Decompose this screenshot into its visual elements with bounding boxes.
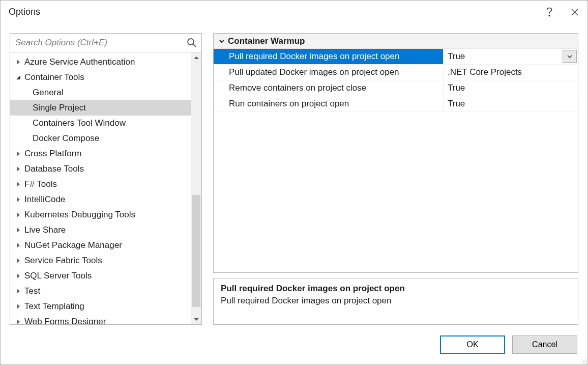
tree-item-label: Container Tools: [24, 72, 84, 82]
tree-item[interactable]: Web Forms Designer: [10, 314, 191, 324]
property-row[interactable]: Run containers on project openTrue: [214, 96, 578, 112]
expander-closed-icon[interactable]: [14, 318, 22, 324]
expander-closed-icon[interactable]: [14, 257, 22, 265]
tree-item-label: IntelliCode: [24, 194, 65, 205]
property-value-text: True: [448, 83, 465, 93]
property-value-text: .NET Core Projects: [448, 67, 522, 77]
property-name: Pull required Docker images on project o…: [214, 49, 444, 64]
svg-point-3: [188, 39, 194, 45]
tree-wrap: Azure Service AuthenticationContainer To…: [10, 52, 201, 324]
property-value-text: True: [448, 99, 465, 109]
property-name: Remove containers on project close: [214, 80, 444, 96]
options-sidebar: Azure Service AuthenticationContainer To…: [10, 33, 202, 325]
tree-item[interactable]: Test: [10, 284, 191, 299]
close-icon: [571, 9, 578, 16]
tree-item[interactable]: Database Tools: [10, 161, 191, 177]
property-value[interactable]: .NET Core Projects: [444, 65, 578, 80]
tree-item-label: Kubernetes Debugging Tools: [24, 210, 135, 220]
window-title: Options: [9, 7, 40, 17]
dialog-footer: OK Cancel: [1, 325, 587, 364]
search-input[interactable]: [15, 38, 186, 48]
expander-closed-icon[interactable]: [14, 150, 22, 158]
property-grid[interactable]: Container Warmup Pull required Docker im…: [213, 33, 578, 273]
tree-item[interactable]: Cross Platform: [10, 146, 191, 161]
tree-item[interactable]: Text Templating: [10, 299, 191, 314]
ok-button[interactable]: OK: [440, 335, 505, 354]
tree-item[interactable]: Single Project: [10, 100, 191, 116]
search-row: [10, 34, 201, 52]
tree-item-label: Live Share: [24, 225, 66, 235]
svg-point-9: [581, 362, 582, 363]
tree-scrollbar[interactable]: [191, 52, 201, 324]
svg-point-8: [585, 360, 586, 361]
tree-item[interactable]: General: [10, 85, 191, 100]
help-icon: [546, 8, 553, 17]
property-name: Run containers on project open: [214, 96, 444, 111]
expander-closed-icon[interactable]: [14, 165, 22, 173]
property-value[interactable]: True: [444, 80, 578, 96]
tree-item[interactable]: Service Fabric Tools: [10, 253, 191, 268]
expander-closed-icon[interactable]: [14, 241, 22, 249]
tree-item[interactable]: NuGet Package Manager: [10, 238, 191, 253]
tree-item[interactable]: Docker Compose: [10, 131, 191, 146]
expander-closed-icon[interactable]: [14, 211, 22, 219]
chevron-down-icon: [567, 55, 572, 58]
description-body: Pull required Docker images on project o…: [221, 296, 571, 306]
property-category-label: Container Warmup: [228, 36, 305, 46]
tree-item-label: Containers Tool Window: [33, 118, 126, 128]
options-main: Container Warmup Pull required Docker im…: [213, 33, 578, 325]
svg-line-4: [193, 44, 196, 47]
resize-grip-icon[interactable]: [580, 357, 587, 364]
property-name: Pull updated Docker images on project op…: [214, 65, 444, 80]
svg-point-10: [583, 362, 584, 363]
expander-open-icon[interactable]: [14, 73, 22, 81]
expander-closed-icon[interactable]: [14, 226, 22, 234]
property-row[interactable]: Pull required Docker images on project o…: [214, 49, 578, 65]
expander-closed-icon[interactable]: [14, 272, 22, 280]
svg-point-6: [585, 358, 586, 359]
tree-item-label: Database Tools: [24, 164, 84, 174]
property-value[interactable]: True: [444, 49, 578, 64]
tree-item-label: Docker Compose: [33, 133, 99, 144]
tree-item[interactable]: Azure Service Authentication: [10, 54, 191, 70]
help-button[interactable]: [537, 1, 562, 24]
property-row[interactable]: Remove containers on project closeTrue: [214, 80, 578, 96]
scroll-up-icon[interactable]: [191, 52, 201, 63]
tree-item-label: Test: [24, 286, 40, 296]
tree-item-label: Single Project: [33, 103, 86, 113]
tree-item-label: Text Templating: [24, 301, 84, 312]
property-description: Pull required Docker images on project o…: [213, 278, 578, 325]
search-icon[interactable]: [186, 37, 197, 48]
tree-item-label: General: [33, 88, 63, 98]
cancel-button[interactable]: Cancel: [512, 335, 577, 354]
tree-item[interactable]: Live Share: [10, 222, 191, 238]
scroll-down-icon[interactable]: [191, 314, 201, 324]
scroll-thumb[interactable]: [192, 195, 200, 307]
svg-point-0: [549, 15, 550, 16]
svg-marker-5: [16, 75, 20, 79]
expander-closed-icon[interactable]: [14, 195, 22, 204]
tree-item[interactable]: F# Tools: [10, 177, 191, 192]
options-tree[interactable]: Azure Service AuthenticationContainer To…: [10, 52, 191, 324]
close-button[interactable]: [562, 1, 587, 24]
dropdown-button[interactable]: [563, 50, 577, 63]
svg-point-11: [585, 362, 586, 363]
tree-item-label: Service Fabric Tools: [24, 256, 102, 266]
chevron-down-icon[interactable]: [217, 36, 227, 46]
expander-closed-icon[interactable]: [14, 180, 22, 188]
tree-item-label: Web Forms Designer: [24, 317, 106, 324]
expander-closed-icon[interactable]: [14, 302, 22, 311]
property-value[interactable]: True: [444, 96, 578, 111]
titlebar: Options: [1, 1, 587, 24]
property-category[interactable]: Container Warmup: [214, 34, 578, 49]
tree-item[interactable]: Container Tools: [10, 70, 191, 85]
property-row[interactable]: Pull updated Docker images on project op…: [214, 65, 578, 80]
tree-item[interactable]: IntelliCode: [10, 192, 191, 207]
tree-item[interactable]: Containers Tool Window: [10, 116, 191, 131]
expander-closed-icon[interactable]: [14, 58, 22, 66]
tree-item[interactable]: Kubernetes Debugging Tools: [10, 207, 191, 222]
expander-closed-icon[interactable]: [14, 287, 22, 295]
description-title: Pull required Docker images on project o…: [221, 284, 571, 294]
svg-point-7: [583, 360, 584, 361]
tree-item[interactable]: SQL Server Tools: [10, 268, 191, 284]
